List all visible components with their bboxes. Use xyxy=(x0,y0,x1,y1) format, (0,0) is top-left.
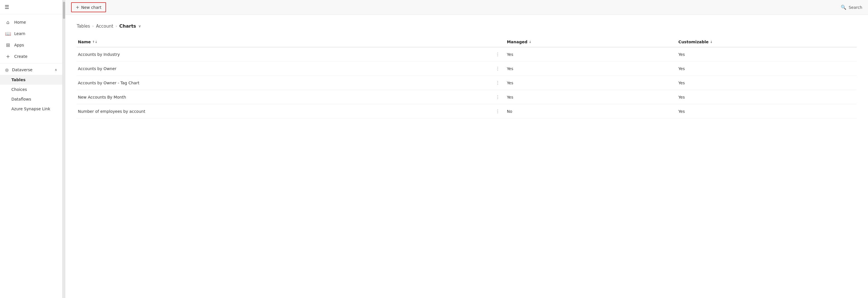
table-header: Name ↑↓ Managed ↓ Customizable ↓ xyxy=(77,37,857,47)
sort-icon-name[interactable]: ↑↓ xyxy=(92,40,97,44)
sidebar-top: ☰ xyxy=(0,0,62,14)
row-name-text: Accounts by Owner - Tag Chart xyxy=(78,81,492,85)
column-header-name: Name ↑↓ xyxy=(77,37,506,47)
search-area[interactable]: 🔍 Search xyxy=(841,5,862,10)
content-area: Tables › Account › Charts ∨ Name ↑↓ xyxy=(65,15,868,298)
table-header-row: Name ↑↓ Managed ↓ Customizable ↓ xyxy=(77,37,857,47)
sort-icon-managed[interactable]: ↓ xyxy=(529,40,531,44)
sidebar-item-label: Apps xyxy=(14,43,24,47)
row-name-text: New Accounts By Month xyxy=(78,95,492,100)
cell-name: Accounts by Owner - Tag Chart ⋮ xyxy=(77,76,506,90)
cell-name: Number of employees by account ⋮ xyxy=(77,104,506,118)
column-customizable-label: Customizable xyxy=(678,39,709,44)
chevron-up-icon: ∧ xyxy=(55,68,57,72)
sidebar-divider xyxy=(0,63,62,63)
toolbar: + New chart 🔍 Search xyxy=(65,0,868,15)
cell-customizable: Yes xyxy=(677,76,857,90)
more-options-icon[interactable]: ⋮ xyxy=(494,65,502,72)
row-name-text: Accounts by Owner xyxy=(78,66,492,71)
cell-managed: Yes xyxy=(506,76,677,90)
sidebar-subnav: Tables Choices Dataflows Azure Synapse L… xyxy=(0,75,62,114)
breadcrumb-tables[interactable]: Tables xyxy=(77,24,90,29)
cell-managed: Yes xyxy=(506,47,677,61)
table-row: Accounts by Owner ⋮ YesYes xyxy=(77,61,857,76)
sidebar-item-create[interactable]: + Create xyxy=(0,51,62,62)
sidebar-item-apps[interactable]: ⊞ Apps xyxy=(0,39,62,51)
table-row: Number of employees by account ⋮ NoYes xyxy=(77,104,857,118)
sidebar-item-tables[interactable]: Tables xyxy=(0,75,62,85)
row-name-text: Accounts by Industry xyxy=(78,52,492,57)
more-options-icon[interactable]: ⋮ xyxy=(494,80,502,86)
cell-customizable: Yes xyxy=(677,90,857,104)
table-body: Accounts by Industry ⋮ YesYes Accounts b… xyxy=(77,47,857,118)
cell-name: Accounts by Industry ⋮ xyxy=(77,47,506,61)
charts-table: Name ↑↓ Managed ↓ Customizable ↓ xyxy=(77,37,857,118)
sidebar-item-dataflows[interactable]: Dataflows xyxy=(0,94,62,104)
cell-managed: No xyxy=(506,104,677,118)
sidebar-scrollbar-thumb xyxy=(63,2,65,19)
table-row: New Accounts By Month ⋮ YesYes xyxy=(77,90,857,104)
plus-icon: + xyxy=(75,5,79,10)
row-name-text: Number of employees by account xyxy=(78,109,492,114)
cell-managed: Yes xyxy=(506,61,677,76)
breadcrumb-charts: Charts xyxy=(119,23,136,29)
more-options-icon[interactable]: ⋮ xyxy=(494,94,502,100)
column-name-label: Name xyxy=(78,39,91,44)
sort-icon-customizable[interactable]: ↓ xyxy=(710,40,712,44)
cell-customizable: Yes xyxy=(677,61,857,76)
more-options-icon[interactable]: ⋮ xyxy=(494,108,502,114)
sidebar-scrollbar[interactable] xyxy=(63,0,65,298)
cell-managed: Yes xyxy=(506,90,677,104)
more-options-icon[interactable]: ⋮ xyxy=(494,51,502,58)
column-header-customizable: Customizable ↓ xyxy=(677,37,857,47)
column-header-managed: Managed ↓ xyxy=(506,37,677,47)
sidebar-item-home[interactable]: ⌂ Home xyxy=(0,17,62,28)
home-icon: ⌂ xyxy=(5,19,11,25)
breadcrumb: Tables › Account › Charts ∨ xyxy=(77,23,857,29)
new-chart-label: New chart xyxy=(81,5,101,10)
learn-icon: 📖 xyxy=(5,31,11,36)
sidebar-item-choices[interactable]: Choices xyxy=(0,85,62,94)
new-chart-button[interactable]: + New chart xyxy=(71,2,106,12)
column-managed-label: Managed xyxy=(507,39,527,44)
search-icon: 🔍 xyxy=(841,5,846,10)
sidebar-item-azure-synapse[interactable]: Azure Synapse Link xyxy=(0,104,62,114)
hamburger-icon[interactable]: ☰ xyxy=(5,4,9,10)
search-label: Search xyxy=(849,5,862,10)
sidebar-item-label: Create xyxy=(14,54,28,59)
sidebar-item-label: Learn xyxy=(14,31,25,36)
cell-customizable: Yes xyxy=(677,47,857,61)
sidebar: ☰ ⌂ Home 📖 Learn ⊞ Apps + Create ◎ Datav… xyxy=(0,0,63,298)
apps-icon: ⊞ xyxy=(5,42,11,48)
table-row: Accounts by Owner - Tag Chart ⋮ YesYes xyxy=(77,76,857,90)
cell-customizable: Yes xyxy=(677,104,857,118)
sidebar-item-dataverse[interactable]: ◎ Dataverse ∧ xyxy=(0,65,62,75)
main-area: + New chart 🔍 Search Tables › Account › … xyxy=(65,0,868,298)
breadcrumb-dropdown-icon[interactable]: ∨ xyxy=(138,24,141,28)
breadcrumb-sep-1: › xyxy=(92,24,94,28)
sidebar-nav: ⌂ Home 📖 Learn ⊞ Apps + Create ◎ Dataver… xyxy=(0,14,62,116)
sidebar-item-label: Dataverse xyxy=(12,67,32,72)
dataverse-icon: ◎ xyxy=(5,67,8,72)
table-row: Accounts by Industry ⋮ YesYes xyxy=(77,47,857,61)
breadcrumb-account[interactable]: Account xyxy=(96,24,114,29)
cell-name: Accounts by Owner ⋮ xyxy=(77,61,506,76)
create-icon: + xyxy=(5,54,11,59)
cell-name: New Accounts By Month ⋮ xyxy=(77,90,506,104)
sidebar-item-learn[interactable]: 📖 Learn xyxy=(0,28,62,39)
breadcrumb-sep-2: › xyxy=(116,24,117,28)
sidebar-item-label: Home xyxy=(14,20,26,25)
